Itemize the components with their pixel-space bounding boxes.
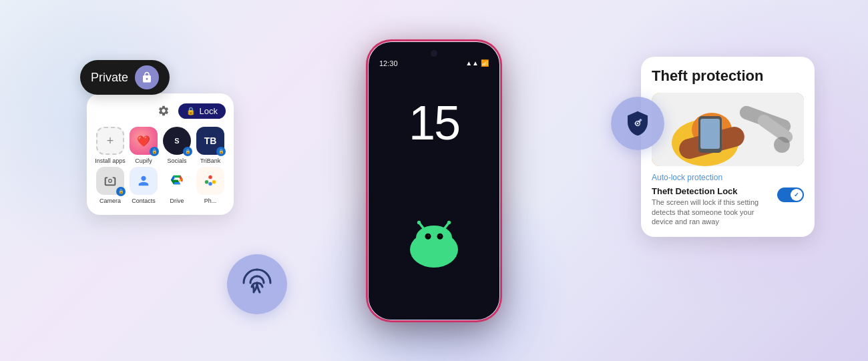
shield-bubble [611,97,664,150]
signal-icon: ▲▲ [465,59,479,67]
card-top-row: 🔒 Lock [95,101,226,120]
contacts-icon [130,167,158,195]
phone-time: 12:30 [379,59,398,67]
svg-point-14 [635,121,640,126]
private-pill[interactable]: Private [80,60,170,95]
app-cupify[interactable]: ❤️ 🔒 Cupify [128,127,159,164]
lock-button[interactable]: 🔒 Lock [178,103,226,119]
lock-btn-label: Lock [200,106,218,116]
app-drive[interactable]: Drive [162,167,192,204]
app-camera[interactable]: 🔒 Camera [95,167,126,204]
svg-point-12 [427,234,430,237]
svg-point-0 [208,175,212,179]
theft-detection-toggle[interactable]: ✓ [777,188,804,202]
socials-icon: S 🔒 [163,127,191,155]
svg-point-1 [212,180,216,184]
theft-detection-desc: The screen will lock if this setting det… [652,198,772,226]
gear-icon [158,105,170,117]
fingerprint-bubble [227,254,287,314]
lock-btn-icon: 🔒 [186,107,196,115]
contacts-label: Contacts [132,198,156,204]
camera-label: Camera [99,198,121,204]
svg-point-2 [205,180,209,184]
theft-image [652,93,804,166]
cupify-icon: ❤️ 🔒 [130,127,158,155]
camera-icon: 🔒 [96,167,124,195]
shield-lock-icon [624,110,651,137]
theft-detection-title: Theft Detection Lock [652,186,772,196]
private-lock-circle [135,65,159,89]
app-socials[interactable]: S 🔒 Socials [162,127,192,164]
auto-lock-label: Auto-lock protection [652,173,804,182]
cupify-label: Cupify [135,157,152,164]
lock-icon [141,71,153,83]
theft-title: Theft protection [652,67,804,85]
svg-point-23 [774,137,790,153]
toggle-check-icon: ✓ [794,192,799,198]
theft-protection-card: Theft protection Auto-lock protection Th… [641,57,815,237]
gear-button[interactable] [154,101,173,120]
wifi-icon: 📶 [481,59,489,67]
theft-detection-text: Theft Detection Lock The screen will loc… [652,186,772,226]
toggle-knob: ✓ [791,189,803,201]
svg-point-6 [417,220,421,224]
install-label: Install apps [95,157,126,164]
app-contacts[interactable]: Contacts [128,167,159,204]
phone-number: 15 [409,95,459,150]
drive-label: Drive [170,198,184,204]
phone: 12:30 ▲▲ 📶 15 [367,41,501,321]
install-icon: + [96,127,124,155]
fingerprint-icon [241,268,273,300]
phone-icons: ▲▲ 📶 [465,59,489,67]
status-bar: 12:30 ▲▲ 📶 [369,55,499,67]
theft-detection-row: Theft Detection Lock The screen will loc… [652,186,804,226]
photos-icon [196,167,224,195]
drive-icon [163,167,191,195]
app-tribank[interactable]: TB 🔒 TriBank [195,127,226,164]
tribank-label: TriBank [200,157,221,164]
svg-rect-22 [700,119,720,149]
socials-label: Socials [167,157,186,164]
app-grid-card: 🔒 Lock + Install apps ❤️ 🔒 Cupify S 🔒 So… [87,93,234,215]
app-install[interactable]: + Install apps [95,127,126,164]
svg-point-7 [447,220,451,224]
photos-label: Ph... [204,198,217,204]
tribank-icon: TB 🔒 [196,127,224,155]
app-row-2: 🔒 Camera Contacts Drive Ph... [95,167,226,204]
svg-point-13 [439,234,442,237]
app-photos[interactable]: Ph... [195,167,226,204]
phone-camera [431,50,437,57]
app-row-1: + Install apps ❤️ 🔒 Cupify S 🔒 Socials T… [95,127,226,164]
svg-point-3 [208,182,212,186]
svg-point-9 [416,226,452,250]
private-label: Private [91,71,128,85]
android-mascot [404,220,464,266]
